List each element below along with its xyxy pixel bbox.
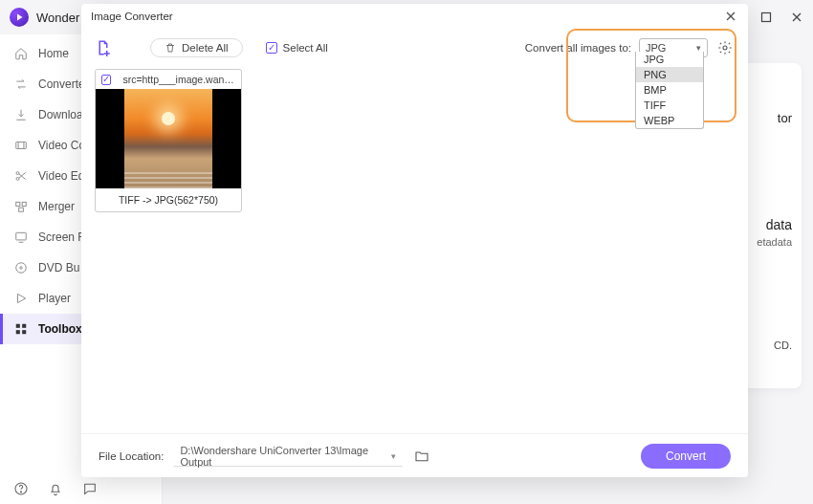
- bell-icon[interactable]: [48, 481, 65, 498]
- svg-rect-4: [16, 142, 27, 149]
- open-folder-button[interactable]: [412, 447, 431, 466]
- file-location-path: D:\Wondershare UniConverter 13\Image Out…: [180, 445, 391, 468]
- delete-all-label: Delete All: [182, 42, 229, 54]
- disc-icon: [13, 260, 29, 275]
- svg-point-12: [20, 267, 22, 269]
- select-all-checkbox[interactable]: Select All: [266, 42, 328, 54]
- svg-point-19: [20, 492, 21, 493]
- format-option-webp[interactable]: WEBP: [636, 113, 703, 128]
- gear-icon: [717, 40, 733, 55]
- svg-marker-13: [18, 294, 26, 302]
- chevron-down-icon: ▾: [391, 451, 396, 461]
- format-option-jpg[interactable]: JPG: [636, 52, 703, 67]
- svg-point-22: [723, 46, 727, 50]
- svg-rect-8: [22, 202, 26, 206]
- svg-rect-9: [19, 208, 24, 211]
- select-all-label: Select All: [283, 42, 328, 54]
- svg-rect-16: [16, 330, 20, 334]
- svg-rect-1: [762, 13, 771, 22]
- svg-rect-10: [16, 232, 27, 240]
- sidebar-item-label: DVD Bu: [38, 261, 79, 274]
- svg-rect-15: [22, 324, 26, 328]
- thumbnail-image: [96, 89, 241, 188]
- add-files-button[interactable]: [95, 39, 112, 56]
- convert-target-label: Convert all images to:: [525, 42, 631, 54]
- maximize-button[interactable]: [759, 11, 773, 24]
- modal-footer: File Location: D:\Wondershare UniConvert…: [81, 433, 748, 477]
- close-button[interactable]: [790, 11, 803, 24]
- sidebar-item-label: Merger: [38, 200, 75, 213]
- help-icon[interactable]: [13, 481, 31, 498]
- trash-icon: [165, 42, 176, 54]
- home-icon: [13, 46, 29, 61]
- app-logo-icon: [10, 8, 29, 27]
- sunset-preview: [124, 89, 212, 188]
- sidebar-item-label: Home: [38, 47, 69, 60]
- sidebar-item-label: Screen R: [38, 230, 86, 244]
- video-compress-icon: [13, 138, 29, 153]
- checkbox-icon: [266, 42, 277, 54]
- thumbnail-checkbox[interactable]: [101, 75, 111, 85]
- thumbnail-header: src=http___image.wangc...: [96, 70, 241, 89]
- screen-icon: [13, 230, 29, 245]
- format-option-bmp[interactable]: BMP: [636, 82, 703, 98]
- convert-icon: [13, 77, 29, 92]
- sidebar-item-label: Video Ed: [38, 169, 85, 183]
- play-icon: [13, 291, 29, 306]
- convert-button[interactable]: Convert: [641, 444, 731, 469]
- app-title: Wonder: [36, 11, 79, 25]
- image-thumbnail[interactable]: src=http___image.wangc... TIFF -> JPG(56…: [95, 69, 242, 212]
- modal-titlebar: Image Converter: [81, 4, 748, 29]
- image-converter-modal: Image Converter Delete All Select All Co…: [81, 4, 748, 477]
- file-location-dropdown[interactable]: D:\Wondershare UniConverter 13\Image Out…: [173, 446, 403, 467]
- format-option-png[interactable]: PNG: [636, 67, 703, 82]
- svg-rect-17: [22, 330, 26, 334]
- settings-button[interactable]: [715, 38, 735, 57]
- delete-all-button[interactable]: Delete All: [150, 38, 243, 57]
- file-location-label: File Location:: [99, 450, 164, 462]
- scissors-icon: [13, 168, 29, 184]
- format-dropdown-list: JPG PNG BMP TIFF WEBP: [635, 52, 704, 129]
- modal-close-button[interactable]: [723, 9, 738, 24]
- add-file-icon: [95, 39, 112, 56]
- format-option-tiff[interactable]: TIFF: [636, 98, 703, 113]
- thumbnail-footer: TIFF -> JPG(562*750): [96, 188, 241, 211]
- folder-icon: [414, 449, 429, 464]
- sidebar-item-label: Player: [38, 292, 71, 305]
- sidebar-item-label: Video Co: [38, 139, 85, 152]
- toolbox-icon: [13, 321, 29, 337]
- svg-rect-14: [16, 324, 20, 328]
- sidebar-item-label: Converte: [38, 77, 85, 91]
- thumbnail-filename: src=http___image.wangc...: [122, 74, 235, 85]
- feedback-icon[interactable]: [82, 481, 99, 498]
- sidebar-item-label: Toolbox: [38, 322, 82, 336]
- merge-icon: [13, 199, 29, 214]
- svg-rect-7: [16, 202, 20, 206]
- modal-title: Image Converter: [91, 11, 173, 22]
- app-footer: [0, 475, 163, 504]
- download-icon: [13, 107, 29, 122]
- svg-point-11: [16, 263, 27, 274]
- sidebar-item-label: Downloa: [38, 108, 83, 121]
